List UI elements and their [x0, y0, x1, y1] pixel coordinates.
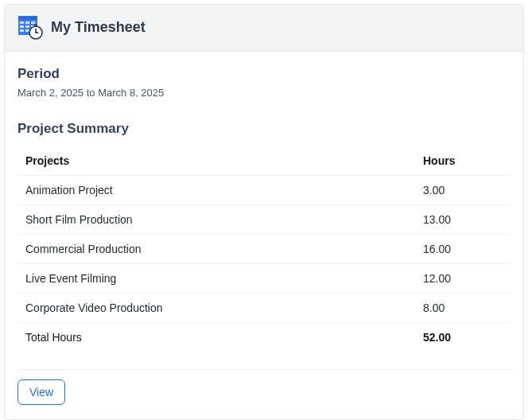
- table-header-row: Projects Hours: [17, 146, 511, 176]
- table-row: Corporate Video Production 8.00: [17, 294, 511, 323]
- table-row: Commercial Production 16.00: [17, 235, 511, 264]
- project-hours: 13.00: [415, 205, 511, 235]
- svg-rect-6: [25, 25, 29, 28]
- project-name: Commercial Production: [17, 235, 415, 264]
- card-header: My Timesheet: [5, 5, 523, 52]
- project-hours: 16.00: [415, 235, 511, 264]
- col-hours: Hours: [415, 146, 511, 176]
- svg-rect-4: [31, 21, 35, 24]
- svg-rect-1: [18, 16, 37, 20]
- col-projects: Projects: [17, 146, 415, 176]
- table-row: Live Event Filming 12.00: [17, 264, 511, 294]
- total-hours: 52.00: [415, 323, 511, 352]
- table-row: Short Film Production 13.00: [17, 205, 511, 235]
- svg-rect-5: [20, 25, 24, 28]
- svg-rect-3: [25, 21, 29, 24]
- total-label: Total Hours: [17, 323, 415, 352]
- svg-rect-14: [35, 25, 37, 27]
- svg-rect-12: [35, 32, 38, 33]
- card-title: My Timesheet: [51, 19, 146, 36]
- card-footer: View: [17, 369, 511, 405]
- project-summary-label: Project Summary: [17, 121, 511, 137]
- card-body: Period March 2, 2025 to March 8, 2025 Pr…: [5, 52, 523, 419]
- svg-rect-8: [20, 29, 24, 32]
- period-label: Period: [17, 66, 511, 82]
- project-name: Corporate Video Production: [17, 294, 415, 323]
- svg-rect-2: [20, 21, 24, 24]
- view-button[interactable]: View: [17, 379, 65, 405]
- project-name: Live Event Filming: [17, 264, 415, 294]
- project-hours: 3.00: [415, 176, 511, 205]
- project-hours: 12.00: [415, 264, 511, 294]
- project-hours: 8.00: [415, 294, 511, 323]
- project-name: Animation Project: [17, 176, 415, 205]
- period-text: March 2, 2025 to March 8, 2025: [17, 87, 511, 99]
- table-row: Animation Project 3.00: [17, 176, 511, 205]
- svg-rect-9: [25, 29, 29, 32]
- total-row: Total Hours 52.00: [17, 323, 511, 352]
- project-summary-table: Projects Hours Animation Project 3.00 Sh…: [17, 146, 511, 352]
- timesheet-card: My Timesheet Period March 2, 2025 to Mar…: [4, 4, 524, 420]
- project-name: Short Film Production: [17, 205, 415, 235]
- timesheet-icon: [17, 14, 43, 40]
